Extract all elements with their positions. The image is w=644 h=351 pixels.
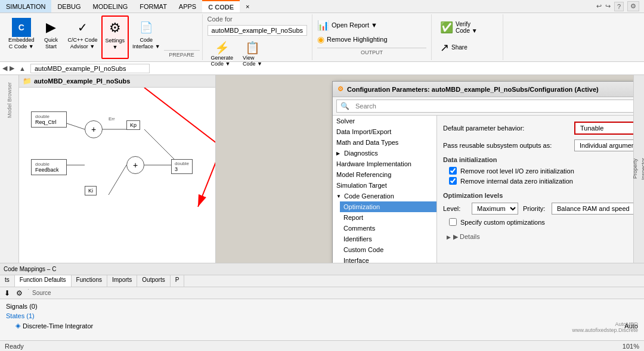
help-icon[interactable]: ?: [614, 2, 624, 11]
tree-hardware[interactable]: Hardware Implementation: [333, 159, 436, 169]
svg-line-5: [109, 165, 126, 195]
remove-internal-checkbox[interactable]: [449, 177, 457, 185]
code-mappings-title: Code Mappings – C: [4, 266, 56, 272]
states-item[interactable]: States (1): [4, 311, 640, 321]
view-icon: 📋: [245, 41, 260, 55]
menu-format[interactable]: FORMAT: [134, 0, 173, 13]
menu-ccode[interactable]: C CODE: [202, 0, 240, 13]
model-tree-header: 📁 autoMBD_example_PI_noSubs: [19, 75, 215, 88]
tab-outports[interactable]: Outports: [137, 275, 170, 287]
tree-code-gen[interactable]: ▼ Code Generation: [333, 191, 436, 201]
default-param-select[interactable]: Tunable: [574, 122, 633, 135]
expand-codegen-icon: ▼: [336, 194, 342, 199]
level-select[interactable]: Maximum: [472, 203, 518, 215]
share-button[interactable]: ↗ Share: [436, 39, 498, 57]
menu-debug[interactable]: DEBUG: [51, 0, 86, 13]
ccpp-advisor-button[interactable]: ✓ C/C++ CodeAdvisor ▼: [64, 15, 101, 59]
quick-start-button[interactable]: ▶ QuickStart: [38, 15, 64, 59]
model-name-field[interactable]: autoMBD_example_PI_noSubs: [208, 25, 307, 36]
embedded-ccode-button[interactable]: C EmbeddedC Code ▼: [5, 15, 38, 59]
signals-item[interactable]: Signals (0): [4, 302, 640, 311]
code-interface-icon: 📄: [137, 18, 156, 37]
settings-icon-top[interactable]: ⚙: [627, 1, 639, 11]
tree-optimization[interactable]: Optimization: [340, 201, 436, 212]
config-tree: Solver Data Import/Export Math and Data …: [333, 116, 437, 263]
tree-model-ref[interactable]: Model Referencing: [333, 169, 436, 180]
view-label: ViewCode ▼: [243, 55, 262, 67]
output3-block[interactable]: double 3: [171, 159, 193, 174]
sim-target-label: Simulation Target: [336, 182, 387, 189]
menu-simulation[interactable]: SIMULATION: [0, 0, 51, 13]
tree-custom-code[interactable]: Custom Code: [340, 244, 436, 255]
err-label: Err: [109, 116, 115, 122]
tab-ts[interactable]: ts: [0, 275, 15, 287]
tab-p[interactable]: P: [171, 275, 185, 287]
custom-opt-checkbox[interactable]: [449, 218, 457, 226]
discrete-integrator-item[interactable]: ◈ Discrete-Time Integrator Auto: [13, 321, 640, 331]
discrete-icon: ◈: [16, 322, 20, 330]
generate-code-button[interactable]: ⚡ GenerateCode ▼: [208, 38, 237, 69]
settings-gear-icon: ⚙: [106, 18, 125, 38]
code-interface-button[interactable]: 📄 CodeInterface ▼: [129, 15, 163, 59]
settings-button[interactable]: ⚙ Settings▼: [101, 15, 129, 59]
tree-report[interactable]: Report: [340, 212, 436, 223]
tab-imports[interactable]: Imports: [107, 275, 137, 287]
code-mappings-header: Code Mappings – C: [0, 263, 644, 275]
opt-level-row: Level: Maximum Priority: Balance RAM and…: [443, 203, 633, 215]
code-interface-label: CodeInterface ▼: [132, 37, 160, 50]
math-label: Math and Data Types: [336, 139, 398, 146]
tree-identifiers[interactable]: Identifiers: [340, 234, 436, 244]
settings-label: Settings▼: [106, 38, 125, 51]
req-ctrl-block[interactable]: double Req_Ctrl: [31, 111, 67, 128]
code-gen-label: Code Generation: [344, 192, 394, 200]
menu-close-tab[interactable]: ×: [240, 0, 255, 13]
tree-math[interactable]: Math and Data Types: [333, 137, 436, 148]
tree-solver[interactable]: Solver: [333, 116, 436, 126]
dialog-body: Solver Data Import/Export Math and Data …: [333, 116, 633, 263]
nav-back-icon[interactable]: ◀: [2, 64, 7, 72]
menu-modeling[interactable]: MODELING: [87, 0, 134, 13]
remove-root-checkbox[interactable]: [449, 167, 457, 175]
path-field[interactable]: autoMBD_example_PI_noSubs: [30, 64, 150, 73]
status-text: Ready: [5, 343, 24, 350]
details-arrow-icon: ▶: [447, 234, 451, 240]
tree-comments[interactable]: Comments: [340, 223, 436, 234]
menu-bar: SIMULATION DEBUG MODELING FORMAT APPS C …: [0, 0, 644, 13]
dialog-title: Configuration Parameters: autoMBD_exampl…: [347, 86, 599, 93]
kp-block[interactable]: Kp: [126, 120, 140, 130]
search-input[interactable]: [352, 101, 471, 111]
open-report-button[interactable]: Open Report ▼: [332, 21, 377, 29]
tree-interface[interactable]: Interface: [340, 255, 436, 263]
feedback-block[interactable]: double Feedback: [31, 159, 67, 175]
view-code-button[interactable]: 📋 ViewCode ▼: [239, 38, 266, 69]
model-diagram[interactable]: double Req_Ctrl double Feedback + Kp + K…: [19, 88, 215, 263]
tab-function-defaults[interactable]: Function Defaults: [15, 275, 72, 287]
remove-internal-row: Remove internal data zero initialization: [443, 177, 633, 185]
priority-select[interactable]: Balance RAM and speed: [552, 203, 633, 215]
details-row[interactable]: ▶ ▶ Details: [443, 233, 633, 241]
tab-functions[interactable]: Functions: [72, 275, 107, 287]
custom-opt-row: Specify custom optimizations: [443, 218, 633, 226]
search-icon: 🔍: [340, 102, 349, 110]
cm-filter-icon[interactable]: ⬇: [2, 288, 12, 298]
nav-up-icon[interactable]: ▲: [19, 65, 26, 72]
pass-reusable-select[interactable]: Individual arguments: [574, 139, 633, 151]
menu-apps[interactable]: APPS: [173, 0, 202, 13]
sum-block[interactable]: +: [85, 120, 103, 138]
ki-block[interactable]: Ki: [85, 186, 97, 195]
nav-forward-icon[interactable]: ▶: [10, 64, 14, 72]
verify-code-button[interactable]: ✅ VerifyCode ▼: [436, 18, 498, 36]
remove-root-row: Remove root level I/O zero initializatio…: [443, 167, 633, 175]
undo-icon[interactable]: ↩: [596, 2, 602, 10]
tree-sim-target[interactable]: Simulation Target: [333, 180, 436, 191]
cm-settings-icon[interactable]: ⚙: [14, 288, 24, 298]
tree-data-import[interactable]: Data Import/Export: [333, 126, 436, 137]
remove-highlighting-button[interactable]: Remove Highlighting: [327, 36, 388, 43]
default-param-row: Default parameter behavior: Tunable Conf…: [443, 122, 633, 135]
tree-diagnostics[interactable]: ▶ Diagnostics: [333, 148, 436, 159]
redo-icon[interactable]: ↪: [605, 2, 611, 10]
address-bar: ◀ ▶ ▲ autoMBD_example_PI_noSubs: [0, 62, 644, 75]
pass-reusable-control: Individual arguments: [574, 139, 633, 151]
configuration-dialog: ⚙ Configuration Parameters: autoMBD_exam…: [332, 81, 633, 263]
sum2-block[interactable]: +: [126, 156, 144, 174]
